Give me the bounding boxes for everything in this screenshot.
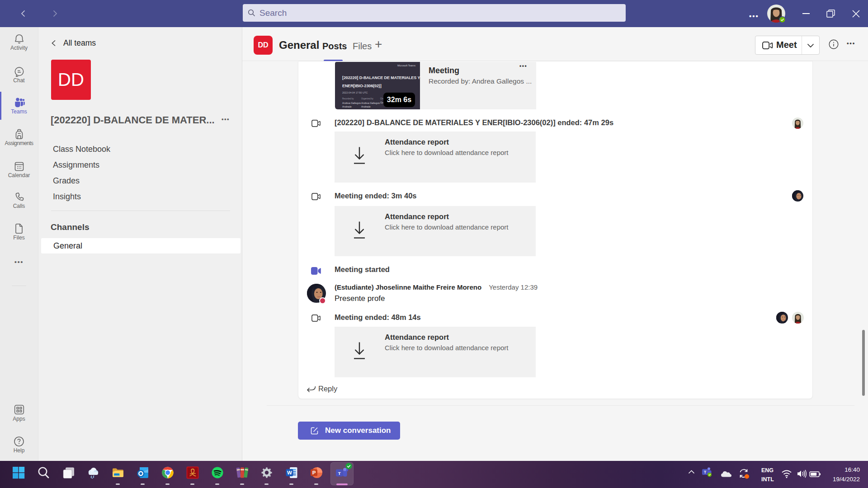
- svg-text:W: W: [287, 470, 292, 475]
- svg-text:T: T: [704, 470, 707, 474]
- svg-text:T: T: [338, 471, 341, 476]
- svg-text:P: P: [312, 470, 316, 475]
